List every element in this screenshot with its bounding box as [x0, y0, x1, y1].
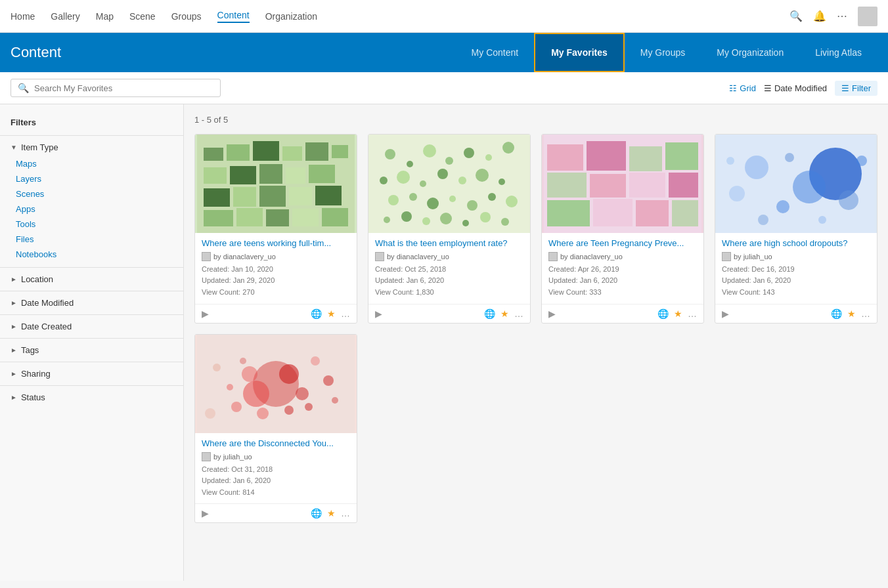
svg-rect-10	[286, 167, 305, 184]
filter-tags-header[interactable]: ► Tags	[11, 345, 173, 355]
card-5-created: Created: Oct 31, 2018	[202, 464, 350, 476]
card-4-favorite-icon[interactable]: ★	[847, 308, 856, 319]
svg-point-84	[257, 408, 269, 419]
card-1-thumbnail	[195, 135, 357, 233]
filter-section-status: ► Status	[0, 385, 183, 409]
search-icon[interactable]: 🔍	[789, 10, 803, 22]
card-2-author-icon	[375, 252, 384, 261]
filter-apps[interactable]: Apps	[11, 203, 173, 215]
card-2-footer: ▶ 🌐 ★ …	[368, 304, 530, 323]
card-1-favorite-icon[interactable]: ★	[327, 308, 336, 319]
card-3-favorite-icon[interactable]: ★	[674, 308, 682, 319]
card-1[interactable]: Where are teens working full-tim... by d…	[194, 134, 357, 324]
tab-my-favorites[interactable]: My Favorites	[534, 33, 625, 72]
svg-rect-52	[547, 144, 583, 171]
tab-living-atlas[interactable]: Living Atlas	[799, 33, 877, 72]
nav-map[interactable]: Map	[96, 11, 114, 22]
filter-layers[interactable]: Layers	[11, 173, 173, 185]
filter-location-header[interactable]: ► Location	[11, 274, 173, 284]
nav-groups[interactable]: Groups	[171, 11, 202, 22]
card-2-share-icon[interactable]: ▶	[375, 308, 382, 319]
card-2-favorite-icon[interactable]: ★	[500, 308, 509, 319]
card-5-share-icon[interactable]: ▶	[202, 508, 209, 518]
card-3-updated: Updated: Jan 6, 2020	[548, 275, 697, 287]
svg-point-36	[499, 178, 505, 185]
filter-maps[interactable]: Maps	[11, 158, 173, 170]
svg-point-45	[401, 211, 412, 222]
card-3-created: Created: Apr 26, 2019	[548, 264, 697, 276]
card-3-share-icon[interactable]: ▶	[548, 308, 556, 319]
svg-point-40	[449, 196, 456, 202]
filter-date-modified-header[interactable]: ► Date Modified	[11, 298, 173, 308]
filter-button[interactable]: ☰ Filter	[835, 81, 877, 96]
card-4-globe-icon[interactable]: 🌐	[831, 308, 842, 319]
chevron-right-icon: ►	[11, 370, 17, 377]
card-4-title[interactable]: Where are high school dropouts?	[722, 238, 870, 249]
card-1-share-icon[interactable]: ▶	[202, 308, 209, 319]
card-3-title[interactable]: Where are Teen Pregnancy Preve...	[548, 238, 697, 249]
filter-sharing-header[interactable]: ► Sharing	[11, 369, 173, 379]
svg-point-26	[445, 157, 453, 165]
svg-point-66	[793, 171, 826, 203]
nav-organization[interactable]: Organization	[265, 11, 317, 22]
filter-tools[interactable]: Tools	[11, 218, 173, 230]
filter-section-item-type: ▼ Item Type Maps Layers Scenes Apps Tool…	[0, 135, 183, 267]
svg-point-47	[440, 213, 452, 224]
filter-scenes[interactable]: Scenes	[11, 188, 173, 200]
svg-rect-57	[590, 174, 626, 198]
card-3[interactable]: Where are Teen Pregnancy Preve... by dia…	[541, 134, 704, 324]
card-2-title[interactable]: What is the teen employment rate?	[375, 238, 523, 249]
tab-my-groups[interactable]: My Groups	[625, 33, 701, 72]
grid-view-button[interactable]: ☷ Grid	[729, 83, 756, 93]
content-tabs: My Content My Favorites My Groups My Org…	[456, 33, 877, 72]
card-1-title[interactable]: Where are teens working full-tim...	[202, 238, 350, 249]
card-4-more-icon[interactable]: …	[861, 308, 870, 319]
nav-home[interactable]: Home	[11, 11, 35, 22]
filter-files[interactable]: Files	[11, 233, 173, 245]
card-1-globe-icon[interactable]: 🌐	[311, 308, 322, 319]
svg-point-37	[388, 195, 399, 205]
nav-content[interactable]: Content	[217, 10, 250, 23]
svg-point-67	[745, 156, 768, 179]
svg-point-80	[242, 366, 257, 382]
svg-rect-62	[636, 200, 669, 226]
svg-rect-56	[547, 173, 587, 198]
nav-scene[interactable]: Scene	[129, 11, 156, 22]
filter-status-header[interactable]: ► Status	[11, 392, 173, 402]
card-4-views: View Count: 143	[722, 287, 870, 299]
svg-point-28	[485, 154, 492, 161]
card-3-globe-icon[interactable]: 🌐	[657, 308, 669, 319]
card-5-more-icon[interactable]: …	[341, 508, 350, 518]
card-4[interactable]: Where are high school dropouts? by julia…	[715, 134, 877, 324]
card-2-more-icon[interactable]: …	[514, 308, 523, 319]
svg-point-31	[397, 171, 410, 184]
date-modified-sort[interactable]: ☰ Date Modified	[764, 83, 827, 93]
filter-notebooks[interactable]: Notebooks	[11, 248, 173, 261]
filter-date-created-header[interactable]: ► Date Created	[11, 322, 173, 331]
apps-icon[interactable]: ⋯	[837, 10, 847, 22]
svg-point-91	[332, 397, 338, 404]
tab-my-organization[interactable]: My Organization	[701, 33, 799, 72]
card-3-more-icon[interactable]: …	[688, 308, 697, 319]
card-5[interactable]: Where are the Disconnected You... by jul…	[194, 334, 357, 524]
avatar[interactable]	[858, 7, 877, 26]
svg-point-29	[502, 142, 514, 154]
card-2[interactable]: What is the teen employment rate? by dia…	[368, 134, 531, 324]
svg-point-49	[480, 212, 491, 222]
filter-item-type-header[interactable]: ▼ Item Type	[11, 142, 173, 152]
card-5-favorite-icon[interactable]: ★	[327, 508, 336, 518]
notification-icon[interactable]: 🔔	[813, 10, 826, 22]
card-4-share-icon[interactable]: ▶	[722, 308, 729, 319]
svg-point-73	[856, 156, 867, 166]
card-5-globe-icon[interactable]: 🌐	[311, 508, 322, 518]
card-1-more-icon[interactable]: …	[341, 308, 350, 319]
card-2-globe-icon[interactable]: 🌐	[484, 308, 495, 319]
nav-gallery[interactable]: Gallery	[51, 11, 79, 22]
svg-point-92	[205, 408, 215, 419]
card-5-title[interactable]: Where are the Disconnected You...	[202, 438, 350, 450]
tab-my-content[interactable]: My Content	[456, 33, 535, 72]
search-input[interactable]	[34, 83, 213, 93]
card-4-updated: Updated: Jan 6, 2020	[722, 275, 870, 287]
svg-rect-4	[282, 146, 302, 161]
card-1-body: Where are teens working full-tim... by d…	[195, 233, 357, 304]
